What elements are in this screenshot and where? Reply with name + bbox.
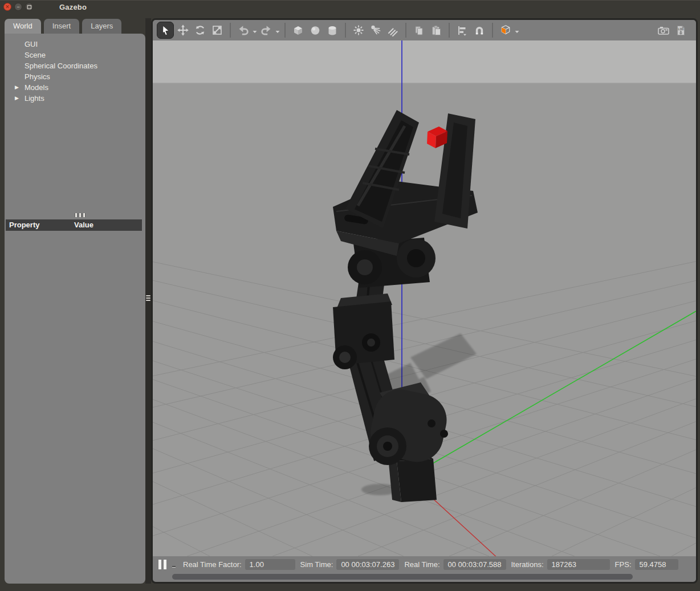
panel-tabs: WorldInsertLayers	[5, 18, 145, 34]
caret-icon	[252, 24, 258, 36]
svg-text:LOG: LOG	[678, 28, 684, 31]
tab-layers[interactable]: Layers	[82, 19, 121, 34]
status-iter-label: Iterations:	[511, 560, 544, 569]
scrollbar-thumb[interactable]	[172, 574, 633, 580]
render-toolbar: LOG	[153, 20, 696, 40]
tree-item-scene[interactable]: Scene	[5, 50, 145, 60]
horizon-line	[153, 83, 696, 83]
snap-icon	[473, 24, 486, 36]
align-button[interactable]	[454, 22, 470, 38]
tree-item-lights[interactable]: ▶Lights	[5, 93, 145, 104]
undo-button[interactable]	[235, 22, 251, 38]
toolbar-separator	[284, 23, 286, 38]
window-close-button[interactable]: ✕	[3, 3, 11, 11]
sky	[153, 40, 696, 83]
copy-icon	[413, 24, 425, 36]
step-button[interactable]	[172, 561, 176, 567]
redo-history-caret[interactable]	[275, 22, 280, 38]
data-logger-button[interactable]: LOG	[673, 22, 689, 38]
rotate-icon	[194, 24, 206, 36]
tree-item-spherical-coordinates[interactable]: Spherical Coordinates	[5, 60, 145, 71]
title-bar: ✕ − Gazebo	[0, 0, 700, 13]
caret-icon	[275, 24, 280, 36]
log-icon: LOG	[674, 24, 687, 36]
screenshot-icon	[656, 24, 671, 36]
status-rtf-label: Real Time Factor:	[183, 560, 242, 569]
status-sim-label: Sim Time:	[300, 560, 333, 569]
rotate-tool[interactable]	[192, 22, 208, 38]
tree-item-label: Lights	[25, 94, 44, 103]
select-icon	[159, 24, 172, 36]
cylinder-icon	[326, 24, 339, 36]
scale-icon	[211, 24, 223, 36]
snap-button[interactable]	[471, 22, 487, 38]
paste-icon	[430, 24, 442, 36]
status-field-iter: Iterations:187263	[511, 559, 610, 570]
toolbar-separator	[449, 23, 450, 38]
expand-arrow-icon[interactable]: ▶	[15, 82, 19, 93]
status-iter-value: 187263	[547, 559, 610, 570]
tab-world[interactable]: World	[5, 19, 41, 34]
expand-arrow-icon[interactable]: ▶	[15, 93, 19, 104]
spotlight-icon	[369, 24, 382, 36]
scene-canvas[interactable]	[153, 40, 696, 556]
toolbar-separator	[345, 23, 346, 38]
view-angle-button[interactable]	[498, 22, 514, 38]
scale-tool[interactable]	[209, 22, 225, 38]
point-light-button[interactable]	[351, 22, 367, 38]
tree-item-physics[interactable]: Physics	[5, 71, 145, 82]
toolbar-separator	[405, 23, 406, 38]
tree-item-label: Spherical Coordinates	[25, 62, 97, 70]
status-rtf-value: 1.00	[245, 559, 295, 570]
status-fps-value: 59.4758	[635, 559, 678, 570]
toolbar-separator	[492, 23, 493, 38]
window-title: Gazebo	[59, 3, 87, 11]
splitter-grip-icon	[146, 295, 150, 302]
insert-box-button[interactable]	[290, 22, 306, 38]
window-maximize-button[interactable]	[25, 3, 33, 11]
directional-light-button[interactable]	[385, 22, 401, 38]
copy-button[interactable]	[411, 22, 427, 38]
status-field-real: Real Time:00 00:03:07.588	[404, 559, 506, 570]
tree-item-models[interactable]: ▶Models	[5, 82, 145, 93]
left-panel: WorldInsertLayers GUISceneSpherical Coor…	[5, 18, 145, 584]
pointlight-icon	[352, 24, 365, 36]
maximize-icon	[27, 5, 31, 9]
select-tool[interactable]	[157, 22, 174, 39]
sphere-icon	[309, 24, 321, 36]
tree-item-label: Scene	[25, 51, 46, 59]
render-area	[153, 40, 696, 556]
paste-button[interactable]	[428, 22, 444, 38]
status-fps-label: FPS:	[615, 560, 632, 569]
pause-button[interactable]	[158, 560, 166, 569]
property-table-header: Property Value	[6, 219, 142, 231]
view-angle-caret[interactable]	[514, 22, 520, 38]
viewcube-icon	[499, 24, 512, 36]
value-column-header: Value	[74, 219, 93, 231]
redo-icon	[260, 24, 272, 36]
tree-item-label: Physics	[25, 72, 50, 81]
status-field-sim: Sim Time:00 00:03:07.263	[300, 559, 400, 570]
tree-item-gui[interactable]: GUI	[5, 39, 145, 50]
undo-icon	[237, 24, 250, 36]
box-icon	[292, 24, 304, 36]
redo-button[interactable]	[258, 22, 274, 38]
screenshot-button[interactable]	[656, 22, 671, 38]
panel-splitter-handle[interactable]	[75, 213, 86, 217]
window-minimize-button[interactable]: −	[14, 3, 22, 11]
translate-tool[interactable]	[175, 22, 191, 38]
tab-insert[interactable]: Insert	[44, 19, 80, 34]
vertical-splitter[interactable]	[145, 18, 151, 584]
undo-history-caret[interactable]	[252, 22, 258, 38]
align-icon	[456, 24, 469, 36]
status-bar: Real Time Factor:1.00Sim Time:00 00:03:0…	[153, 556, 696, 572]
viewport-frame: LOG	[151, 18, 698, 584]
status-field-rtf: Real Time Factor:1.00	[183, 559, 295, 570]
insert-sphere-button[interactable]	[307, 22, 323, 38]
horizontal-scrollbar[interactable]	[153, 572, 696, 582]
insert-cylinder-button[interactable]	[324, 22, 340, 38]
status-field-fps: FPS:59.4758	[615, 559, 678, 570]
spot-light-button[interactable]	[368, 22, 384, 38]
world-tree: GUISceneSpherical CoordinatesPhysics▶Mod…	[5, 34, 145, 104]
translate-icon	[177, 24, 189, 36]
